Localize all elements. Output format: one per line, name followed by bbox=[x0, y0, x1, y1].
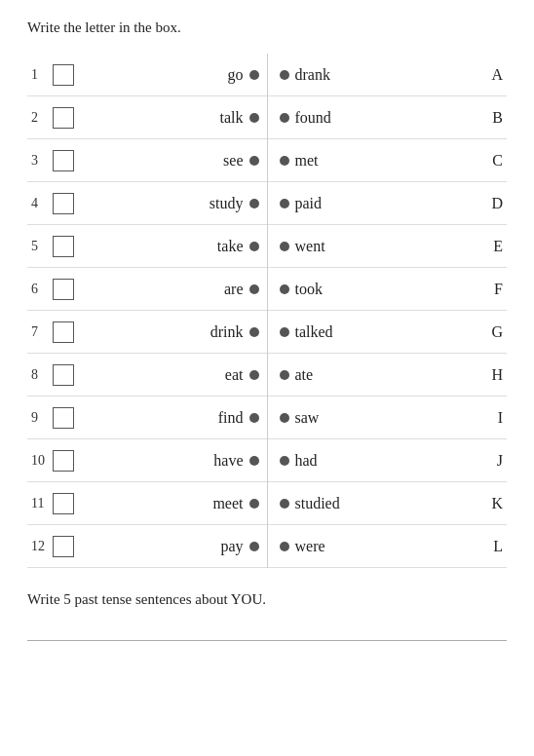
row-number-2: 2 bbox=[31, 110, 53, 126]
dot-left-12 bbox=[249, 542, 259, 551]
left-row-6: 6are bbox=[27, 268, 267, 311]
answer-box-7[interactable] bbox=[53, 321, 74, 343]
right-letter-6: F bbox=[481, 281, 503, 298]
dot-left-5 bbox=[249, 242, 259, 251]
right-word-1: drank bbox=[295, 66, 482, 84]
answer-box-11[interactable] bbox=[53, 493, 74, 514]
left-row-8: 8eat bbox=[27, 354, 267, 397]
dot-right-4 bbox=[280, 199, 289, 208]
dot-right-9 bbox=[280, 413, 289, 423]
answer-box-4[interactable] bbox=[53, 193, 74, 214]
dot-right-12 bbox=[280, 542, 289, 551]
right-column: drankAfoundBmetCpaidDwentEtookFtalkedGat… bbox=[268, 54, 508, 568]
right-word-10: had bbox=[295, 452, 482, 470]
right-letter-9: I bbox=[481, 409, 503, 427]
row-number-1: 1 bbox=[31, 67, 53, 83]
answer-box-6[interactable] bbox=[53, 279, 74, 300]
left-row-3: 3see bbox=[27, 139, 267, 182]
dot-right-11 bbox=[280, 499, 289, 509]
row-number-3: 3 bbox=[31, 153, 53, 169]
right-letter-11: K bbox=[481, 495, 503, 512]
right-letter-10: J bbox=[481, 452, 503, 470]
row-number-10: 10 bbox=[31, 453, 53, 469]
write-line-1 bbox=[27, 622, 507, 641]
left-word-11: meet bbox=[74, 495, 249, 512]
right-row-7: talkedG bbox=[268, 311, 508, 354]
dot-left-6 bbox=[249, 284, 259, 294]
matching-exercise: 1go2talk3see4study5take6are7drink8eat9fi… bbox=[27, 54, 507, 568]
left-row-1: 1go bbox=[27, 54, 267, 96]
right-row-10: hadJ bbox=[268, 439, 508, 482]
left-word-10: have bbox=[74, 452, 249, 470]
right-row-2: foundB bbox=[268, 96, 508, 139]
right-letter-2: B bbox=[481, 109, 503, 127]
right-row-5: wentE bbox=[268, 225, 508, 268]
right-letter-4: D bbox=[481, 195, 503, 212]
answer-box-12[interactable] bbox=[53, 536, 74, 557]
dot-left-9 bbox=[249, 413, 259, 423]
right-row-11: studiedK bbox=[268, 482, 508, 525]
dot-left-1 bbox=[249, 70, 259, 80]
bottom-instruction: Write 5 past tense sentences about YOU. bbox=[27, 591, 507, 608]
left-word-5: take bbox=[74, 238, 249, 255]
right-word-7: talked bbox=[295, 323, 482, 341]
left-row-10: 10have bbox=[27, 439, 267, 482]
answer-box-9[interactable] bbox=[53, 407, 74, 429]
dot-left-7 bbox=[249, 327, 259, 337]
right-row-6: tookF bbox=[268, 268, 508, 311]
dot-left-10 bbox=[249, 456, 259, 466]
right-word-4: paid bbox=[295, 195, 482, 212]
row-number-7: 7 bbox=[31, 324, 53, 340]
row-number-4: 4 bbox=[31, 196, 53, 211]
main-instruction: Write the letter in the box. bbox=[27, 19, 507, 36]
left-word-1: go bbox=[74, 66, 249, 84]
left-word-8: eat bbox=[74, 366, 249, 384]
left-row-2: 2talk bbox=[27, 96, 267, 139]
dot-right-3 bbox=[280, 156, 289, 166]
row-number-11: 11 bbox=[31, 496, 53, 511]
dot-right-5 bbox=[280, 242, 289, 251]
answer-box-1[interactable] bbox=[53, 64, 74, 86]
left-row-5: 5take bbox=[27, 225, 267, 268]
right-row-12: wereL bbox=[268, 525, 508, 568]
answer-box-3[interactable] bbox=[53, 150, 74, 171]
dot-left-3 bbox=[249, 156, 259, 166]
right-letter-7: G bbox=[481, 323, 503, 341]
row-number-5: 5 bbox=[31, 239, 53, 254]
left-row-11: 11meet bbox=[27, 482, 267, 525]
right-letter-5: E bbox=[481, 238, 503, 255]
right-word-2: found bbox=[295, 109, 482, 127]
left-word-6: are bbox=[74, 281, 249, 298]
left-word-7: drink bbox=[74, 323, 249, 341]
answer-box-10[interactable] bbox=[53, 450, 74, 472]
dot-left-8 bbox=[249, 370, 259, 380]
left-word-9: find bbox=[74, 409, 249, 427]
dot-right-2 bbox=[280, 113, 289, 123]
answer-box-2[interactable] bbox=[53, 107, 74, 129]
left-row-12: 12pay bbox=[27, 525, 267, 568]
bottom-section: Write 5 past tense sentences about YOU. bbox=[27, 591, 507, 641]
right-row-3: metC bbox=[268, 139, 508, 182]
right-word-9: saw bbox=[295, 409, 482, 427]
right-word-3: met bbox=[295, 152, 482, 170]
right-row-8: ateH bbox=[268, 354, 508, 397]
dot-right-10 bbox=[280, 456, 289, 466]
dot-left-11 bbox=[249, 499, 259, 509]
left-word-4: study bbox=[74, 195, 249, 212]
row-number-12: 12 bbox=[31, 539, 53, 554]
answer-box-5[interactable] bbox=[53, 236, 74, 257]
dot-left-4 bbox=[249, 199, 259, 208]
right-word-6: took bbox=[295, 281, 482, 298]
dot-right-8 bbox=[280, 370, 289, 380]
right-word-8: ate bbox=[295, 366, 482, 384]
row-number-9: 9 bbox=[31, 410, 53, 426]
left-row-9: 9find bbox=[27, 397, 267, 439]
row-number-8: 8 bbox=[31, 367, 53, 383]
right-word-12: were bbox=[295, 538, 482, 555]
left-row-4: 4study bbox=[27, 182, 267, 225]
left-word-3: see bbox=[74, 152, 249, 170]
right-row-1: drankA bbox=[268, 54, 508, 96]
answer-box-8[interactable] bbox=[53, 364, 74, 386]
right-letter-3: C bbox=[481, 152, 503, 170]
right-word-11: studied bbox=[295, 495, 482, 512]
